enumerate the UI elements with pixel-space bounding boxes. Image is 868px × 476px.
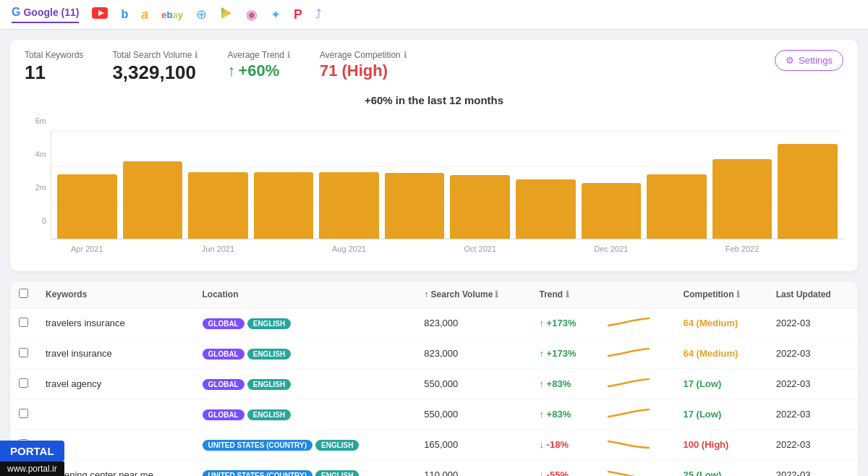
bar-group-7 (516, 131, 576, 239)
trend-info-icon[interactable]: ℹ (287, 50, 291, 60)
row-last-updated: 2022-03 (767, 369, 858, 399)
stats-row: Total Keywords 11 Total Search Volume ℹ … (25, 50, 843, 84)
active-tab-label: Google (11) (23, 7, 79, 18)
bar-0 (57, 174, 117, 239)
row-search-volume: 823,000 (415, 339, 530, 369)
location-tag: ENGLISH (247, 409, 291, 420)
bar-10 (712, 159, 773, 239)
location-tag: ENGLISH (247, 379, 291, 390)
average-competition-value: 71 (High) (320, 61, 407, 80)
competition-th-info[interactable]: ℹ (736, 289, 740, 299)
total-search-volume-block: Total Search Volume ℹ 3,329,100 (112, 50, 198, 84)
bar-label-6: Oct 2021 (464, 245, 496, 253)
search-volume-sort: ↑ Search Volume ℹ (424, 289, 522, 299)
th-location: Location (194, 281, 416, 308)
bar-group-0: Apr 2021 (57, 131, 117, 239)
google-icon: G (12, 6, 20, 19)
th-checkbox (10, 281, 37, 308)
search-volume-th-info[interactable]: ℹ (495, 289, 498, 299)
table-row: travel agencyGLOBALENGLISH550,000↑ +83%1… (10, 369, 858, 399)
pinterest-icon[interactable]: P (294, 7, 302, 22)
playstore-icon[interactable] (220, 7, 233, 23)
bar-group-5 (385, 131, 445, 239)
bar-1 (123, 161, 183, 239)
appstore-icon[interactable]: ⊕ (196, 7, 207, 22)
average-competition-label: Average Competition ℹ (320, 50, 407, 60)
th-search-volume[interactable]: ↑ Search Volume ℹ (415, 281, 530, 308)
search-volume-info-icon[interactable]: ℹ (195, 50, 198, 60)
row-trend: ↓ -18% (530, 430, 598, 460)
row-last-updated: 2022-03 (767, 460, 858, 477)
location-tag: ENGLISH (247, 349, 291, 360)
select-all-checkbox[interactable] (19, 289, 28, 298)
bing-icon[interactable]: b (121, 8, 128, 21)
row-location: GLOBALENGLISH (194, 308, 416, 339)
table-card: Keywords Location ↑ Search Volume ℹ Tren… (10, 281, 858, 476)
th-competition: Competition ℹ (675, 281, 767, 308)
table-header: Keywords Location ↑ Search Volume ℹ Tren… (10, 281, 858, 308)
bar-group-2: Jun 2021 (188, 131, 248, 239)
row-location: UNITED STATES (COUNTRY)ENGLISH (194, 460, 416, 477)
row-last-updated: 2022-03 (767, 339, 858, 369)
bars-container: Apr 2021Jun 2021Aug 2021Oct 2021Dec 2021… (51, 131, 843, 239)
bar-group-4: Aug 2021 (319, 131, 379, 239)
row-checkbox[interactable] (19, 348, 28, 357)
table-header-row: Keywords Location ↑ Search Volume ℹ Tren… (10, 281, 858, 308)
bar-6 (450, 175, 510, 239)
row-search-volume: 550,000 (415, 399, 530, 430)
th-trend: Trend ℹ (530, 281, 598, 308)
total-keywords-block: Total Keywords 11 (25, 50, 83, 84)
table-row: travelers insuranceGLOBALENGLISH823,000↑… (10, 308, 858, 339)
trends-icon[interactable]: ⤴ (315, 7, 322, 22)
row-checkbox-cell (10, 308, 37, 339)
ebay-icon[interactable]: ebay (161, 9, 183, 20)
bar-11 (778, 144, 838, 239)
row-trend: ↑ +83% (530, 399, 598, 430)
row-location: GLOBALENGLISH (194, 399, 416, 430)
row-keyword: travel agency (37, 369, 194, 399)
instagram-icon[interactable]: ◉ (246, 7, 258, 22)
svg-marker-2 (221, 7, 231, 19)
bar-group-9 (647, 131, 707, 239)
row-trend-sparkline (598, 308, 674, 339)
keywords-table: Keywords Location ↑ Search Volume ℹ Tren… (10, 281, 858, 476)
row-trend-sparkline (598, 460, 674, 477)
bar-label-10: Feb 2022 (726, 245, 759, 253)
bar-7 (516, 179, 576, 239)
main-content: Total Keywords 11 Total Search Volume ℹ … (0, 30, 868, 476)
bar-group-3 (254, 131, 314, 239)
total-search-volume-value: 3,329,100 (112, 61, 198, 84)
portal-url: www.portal.ir (0, 462, 64, 476)
settings-button[interactable]: ⚙ Settings (775, 50, 843, 71)
bar-4 (319, 172, 379, 239)
row-trend-sparkline (598, 399, 674, 430)
twitter-icon[interactable]: ✦ (271, 7, 281, 22)
location-tag: ENGLISH (315, 470, 359, 477)
row-keyword (37, 399, 194, 430)
row-competition: 64 (Medium) (675, 308, 767, 339)
amazon-icon[interactable]: a (141, 7, 148, 22)
row-checkbox[interactable] (19, 318, 28, 327)
row-checkbox-cell (10, 369, 37, 399)
average-trend-value: ↑ +60% (227, 61, 291, 80)
trend-th-info[interactable]: ℹ (566, 289, 569, 299)
row-trend-sparkline (598, 339, 674, 369)
table-row: travel insuranceGLOBALENGLISH823,000↑ +1… (10, 339, 858, 369)
bar-label-2: Jun 2021 (202, 245, 234, 253)
total-keywords-value: 11 (25, 61, 83, 84)
row-search-volume: 823,000 (415, 308, 530, 339)
average-trend-block: Average Trend ℹ ↑ +60% (227, 50, 291, 80)
location-tag: GLOBAL (203, 379, 244, 390)
bar-9 (647, 174, 707, 239)
row-checkbox[interactable] (19, 378, 28, 388)
portal-badge: PORTAL (0, 441, 64, 462)
header-right: ⚙ Settings (775, 50, 843, 71)
row-checkbox[interactable] (19, 409, 28, 418)
row-keyword: travel insurance (37, 339, 194, 369)
competition-info-icon[interactable]: ℹ (404, 50, 407, 60)
settings-gear-icon: ⚙ (786, 55, 794, 66)
youtube-icon[interactable] (92, 7, 108, 22)
row-trend: ↑ +173% (530, 339, 598, 369)
row-trend-sparkline (598, 369, 674, 399)
active-tab[interactable]: G Google (11) (12, 6, 79, 23)
